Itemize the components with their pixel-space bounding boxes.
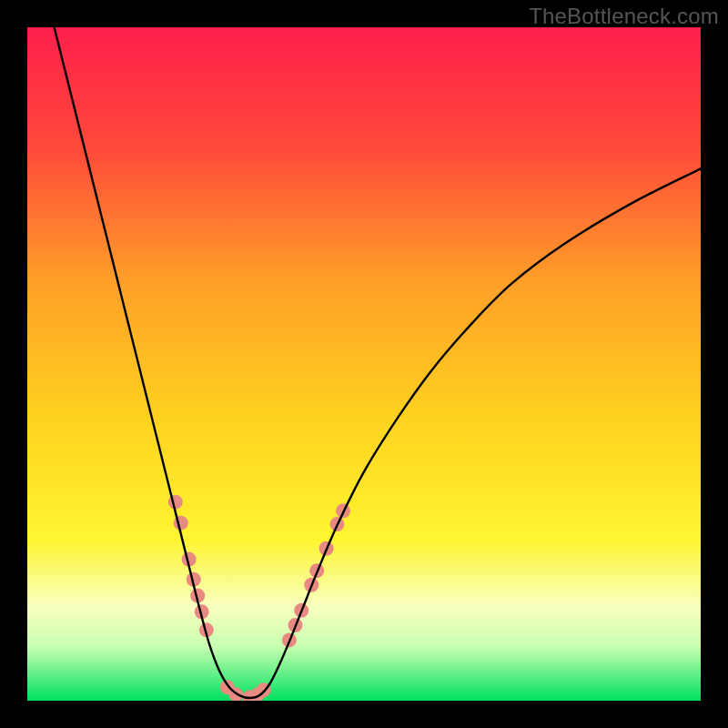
plot-area xyxy=(27,27,701,701)
chart-frame: TheBottleneck.com xyxy=(0,0,728,728)
watermark-label: TheBottleneck.com xyxy=(529,4,719,29)
data-marker xyxy=(168,495,183,510)
bottleneck-chart xyxy=(27,27,701,701)
data-marker xyxy=(174,516,188,531)
gradient-background xyxy=(27,27,701,701)
